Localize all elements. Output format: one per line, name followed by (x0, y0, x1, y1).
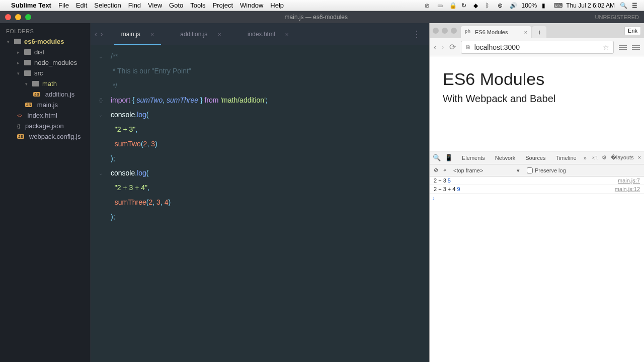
bluetooth-icon[interactable]: ᛒ (486, 2, 493, 9)
devtools-dock-icon[interactable]: �layouts (611, 154, 634, 161)
console-output: 2 + 3 5main.js:72 + 3 + 4 9main.js:12› (430, 176, 644, 362)
devtools-settings-icon[interactable]: ⚙ (602, 154, 607, 161)
menu-selection[interactable]: Selection (94, 2, 121, 9)
filter-icon[interactable]: ⌖ (443, 167, 446, 173)
sidebar-header: FOLDERS (0, 23, 90, 36)
menu-view[interactable]: View (148, 2, 162, 9)
page-content: ES6 Modules With Webpack and Babel (430, 56, 644, 151)
folder-icon (32, 81, 39, 86)
browser-tab[interactable]: ph ES6 Modules × (461, 26, 531, 38)
disclosure-icon[interactable]: ▸ (17, 60, 21, 65)
battery-percent[interactable]: 100% (522, 2, 537, 9)
drawer-toggle-icon[interactable]: ›⎍ (592, 154, 598, 161)
browser-menu-icon[interactable] (619, 45, 627, 50)
tree-item-label: node_modules (34, 59, 77, 66)
disclosure-icon[interactable]: ▾ (17, 71, 21, 76)
system-tray: ⎚ ▭ 🔒 ↻ ◆ ᛒ ⊚ 🔊 100% ▮ ⌨ Thu Jul 2 6:02 … (425, 2, 639, 9)
folder-icon (24, 60, 31, 65)
app-name[interactable]: Sublime Text (11, 2, 51, 9)
bookmark-star-icon[interactable]: ☆ (603, 43, 609, 51)
tree-item-addition-js[interactable]: addition.js (0, 89, 90, 100)
dropbox-icon[interactable]: ◆ (473, 2, 480, 9)
window-minimize-button[interactable] (15, 14, 21, 20)
tab-close-icon[interactable]: × (217, 31, 221, 38)
menu-find[interactable]: Find (128, 2, 141, 9)
clock[interactable]: Thu Jul 2 6:02 AM (566, 2, 615, 9)
console-message: 2 + 3 + 4 9 (434, 186, 615, 192)
console-prompt[interactable]: › (430, 194, 644, 203)
editor-tab-main-js[interactable]: main.js× (108, 23, 168, 45)
tree-item-package-json[interactable]: package.json (0, 121, 90, 131)
device-icon[interactable]: 📱 (445, 154, 453, 161)
lock-icon[interactable]: 🔒 (449, 2, 456, 9)
tree-item-label: package.json (25, 122, 64, 130)
browser-maximize-button[interactable] (451, 28, 457, 34)
console-source-link[interactable]: main.js:12 (615, 186, 640, 192)
tree-item-node_modules[interactable]: ▸node_modules (0, 57, 90, 68)
clear-console-icon[interactable]: ⊘ (434, 167, 438, 173)
editor-tab-addition-js[interactable]: addition.js× (167, 23, 234, 45)
window-maximize-button[interactable] (25, 14, 31, 20)
inspect-icon[interactable]: 🔍 (433, 154, 441, 161)
spotlight-icon[interactable]: 🔍 (620, 2, 627, 9)
nav-forward-icon[interactable]: › (100, 30, 103, 39)
tab-close-icon[interactable]: × (285, 31, 289, 38)
tab-close-icon[interactable]: × (524, 29, 527, 35)
notifications-icon[interactable]: ☰ (632, 2, 639, 9)
preserve-log-checkbox[interactable]: Preserve log (527, 167, 566, 173)
menu-goto[interactable]: Goto (169, 2, 183, 9)
browser-menu-icon-2[interactable] (632, 45, 640, 50)
tab-menu-icon[interactable]: ⋮ (408, 29, 425, 40)
disclosure-icon[interactable]: ▾ (7, 39, 11, 44)
tab-close-icon[interactable]: × (150, 31, 154, 38)
browser-minimize-button[interactable] (442, 28, 448, 34)
devtools-tab-timeline[interactable]: Timeline (551, 151, 582, 164)
code-editor[interactable]: ⌄/** * This is our "Entry Point" */{}imp… (91, 45, 429, 362)
browser-close-button[interactable] (433, 28, 439, 34)
timemachine-icon[interactable]: ↻ (461, 2, 468, 9)
devtools-more-icon[interactable]: » (584, 155, 587, 161)
tree-item-index-html[interactable]: index.html (0, 110, 90, 121)
console-source-link[interactable]: main.js:7 (618, 177, 640, 184)
tree-root[interactable]: ▾ es6-modules (0, 36, 90, 47)
volume-icon[interactable]: 🔊 (510, 2, 517, 9)
display-icon[interactable]: ▭ (437, 2, 444, 9)
menu-window[interactable]: Window (240, 2, 263, 9)
menu-help[interactable]: Help (270, 2, 284, 9)
battery-icon[interactable]: ▮ (542, 2, 549, 9)
tab-label: addition.js (180, 31, 207, 38)
page-subheading: With Webpack and Babel (443, 93, 631, 105)
devtools-tabbar: 🔍 📱 Elements Network Sources Timeline » … (430, 151, 644, 164)
reload-icon[interactable]: ⟳ (449, 42, 456, 52)
screenshare-icon[interactable]: ⎚ (425, 2, 432, 9)
tree-item-math[interactable]: ▾math (0, 78, 90, 89)
wifi-icon[interactable]: ⊚ (498, 2, 505, 9)
frame-selector[interactable]: <top frame> (451, 166, 522, 174)
editor-tab-index-html[interactable]: index.html× (234, 23, 302, 45)
menu-project[interactable]: Project (213, 2, 233, 9)
window-close-button[interactable] (5, 14, 11, 20)
devtools-tab-network[interactable]: Network (490, 151, 520, 164)
new-tab-button[interactable]: ⟩ (532, 26, 546, 38)
menu-edit[interactable]: Edit (76, 2, 87, 9)
menu-tools[interactable]: Tools (190, 2, 205, 9)
page-icon: 🗎 (465, 44, 471, 51)
textinput-icon[interactable]: ⌨ (554, 2, 561, 9)
tree-item-main-js[interactable]: main.js (0, 100, 90, 110)
preserve-log-label: Preserve log (535, 167, 566, 173)
devtools-close-icon[interactable]: × (638, 154, 641, 161)
disclosure-icon[interactable]: ▾ (25, 81, 29, 86)
tree-item-src[interactable]: ▾src (0, 68, 90, 78)
nav-back-icon[interactable]: ‹ (95, 30, 97, 39)
menu-file[interactable]: File (58, 2, 69, 9)
preserve-log-input[interactable] (527, 167, 533, 173)
devtools-tab-elements[interactable]: Elements (457, 151, 490, 164)
disclosure-icon[interactable]: ▸ (17, 50, 21, 55)
devtools-tab-sources[interactable]: Sources (520, 151, 550, 164)
tree-item-webpack-config-js[interactable]: webpack.config.js (0, 131, 90, 142)
nav-forward-icon: › (441, 43, 444, 52)
tree-item-dist[interactable]: ▸dist (0, 47, 90, 57)
nav-back-icon[interactable]: ‹ (434, 43, 436, 52)
browser-user-badge[interactable]: Erik (624, 26, 641, 35)
url-input[interactable]: 🗎 localhost:3000 ☆ (461, 41, 614, 54)
